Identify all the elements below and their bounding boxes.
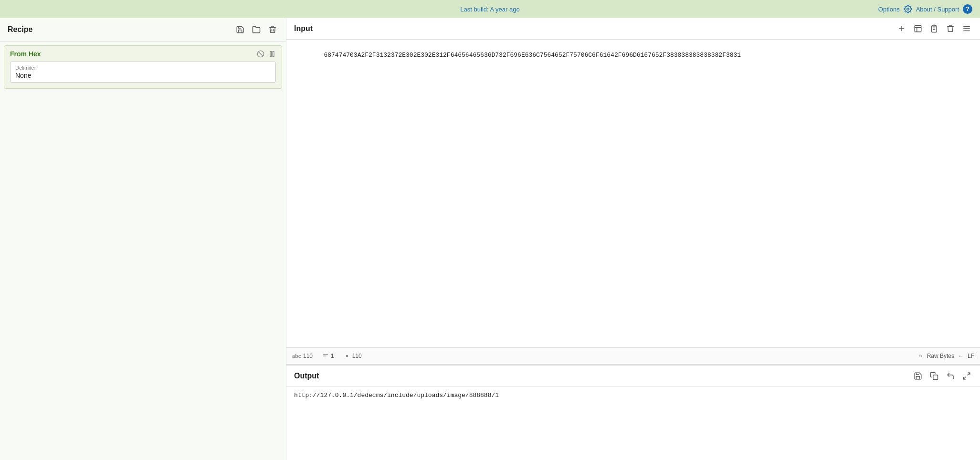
output-toolbar [912,370,972,382]
input-open-button[interactable] [912,23,924,34]
svg-text:T↑: T↑ [919,355,922,357]
status-right: T↑ Raw Bytes ← LF [918,353,974,359]
recipe-save-button[interactable] [234,24,246,35]
delimiter-value[interactable]: None [15,72,271,79]
recipe-delete-button[interactable] [267,24,278,35]
output-copy-button[interactable] [928,370,940,382]
pause-operation-button[interactable] [268,50,276,58]
output-paste-button[interactable] [945,370,956,382]
from-hex-header: From Hex [10,50,276,58]
svg-point-18 [346,355,348,357]
input-menu-button[interactable] [961,23,972,34]
svg-line-22 [963,377,966,379]
disable-operation-button[interactable] [257,50,264,58]
input-header: Input [286,18,980,40]
output-content: http://127.0.0.1/dedecms/include/uploads… [286,387,980,460]
recipe-title: Recipe [8,25,32,34]
input-status-bar: abc 110 1 110 [286,347,980,365]
about-support-label[interactable]: About / Support [916,6,959,13]
output-title: Output [294,372,319,380]
output-save-button[interactable] [912,370,924,382]
svg-rect-3 [270,52,272,57]
recipe-open-button[interactable] [251,24,262,35]
output-section: Output [286,365,980,460]
svg-line-21 [968,373,970,375]
recipe-header: Recipe [0,18,286,42]
right-panel: Input [286,18,980,460]
delimiter-box: Delimiter None [10,62,276,83]
recipe-toolbar [234,24,278,35]
lf-label: LF [968,353,974,359]
output-value: http://127.0.0.1/dedecms/include/uploads… [294,392,499,399]
input-clear-button[interactable] [945,23,956,34]
build-status: Last build: A year ago [460,6,519,13]
options-label[interactable]: Options [878,6,900,13]
input-title: Input [294,24,313,33]
arrow-left-icon: ← [958,353,964,359]
char-count-item: abc 110 [292,353,313,359]
delimiter-label: Delimiter [15,65,271,71]
svg-rect-7 [915,25,921,32]
top-bar: Last build: A year ago Options About / S… [0,0,980,18]
char-count-icon: abc [292,353,301,359]
input-toolbar [896,23,972,34]
lines-icon [322,353,329,359]
top-bar-actions: Options About / Support ? [878,4,972,14]
svg-line-2 [258,52,263,56]
input-content[interactable]: 687474703A2F2F3132372E302E302E312F646564… [286,40,980,347]
from-hex-title: From Hex [10,50,41,58]
input-section: Input [286,18,980,365]
input-paste-button[interactable] [928,23,940,34]
svg-point-0 [906,8,909,10]
left-panel: Recipe [0,18,286,460]
input-add-button[interactable] [896,23,907,34]
svg-rect-20 [933,375,938,380]
line-count-value: 1 [331,353,334,359]
raw-bytes-indicator[interactable]: T↑ Raw Bytes [918,353,954,359]
from-hex-controls [257,50,276,58]
from-hex-block: From Hex [4,45,282,89]
svg-rect-4 [273,52,274,57]
cursor-pos-value: 110 [352,353,362,359]
output-expand-button[interactable] [961,370,972,382]
gear-icon[interactable] [904,5,912,13]
text-type-icon: T↑ [918,353,925,359]
line-count-item: 1 [322,353,334,359]
char-count-value: 110 [303,353,313,359]
main-layout: Recipe [0,18,980,460]
cursor-pos-item: 110 [344,353,362,359]
help-icon[interactable]: ? [963,4,972,14]
output-header: Output [286,366,980,387]
cursor-icon [344,353,350,359]
